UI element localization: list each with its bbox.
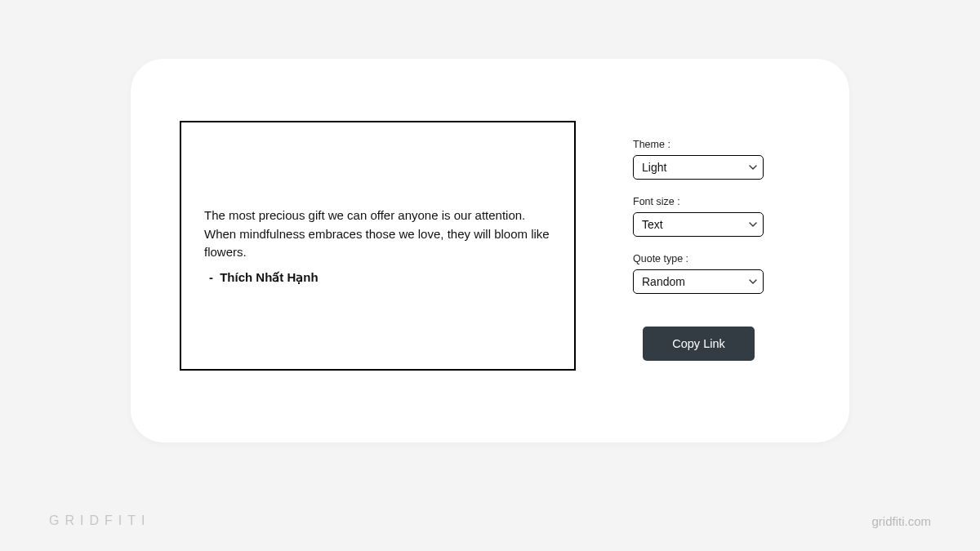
font-size-control-group: Font size : Text xyxy=(633,196,800,237)
quote-attribution: - Thích Nhất Hạnh xyxy=(204,270,551,285)
quote-type-select[interactable]: Random xyxy=(633,269,764,294)
quote-preview-box: The most precious gift we can offer anyo… xyxy=(180,121,576,371)
action-row: Copy Link xyxy=(633,327,800,361)
quote-type-select-wrapper: Random xyxy=(633,269,764,294)
quote-author: Thích Nhất Hạnh xyxy=(220,270,318,284)
font-size-select[interactable]: Text xyxy=(633,212,764,237)
theme-select[interactable]: Light xyxy=(633,155,764,180)
content-row: The most precious gift we can offer anyo… xyxy=(180,121,800,410)
quote-type-label: Quote type : xyxy=(633,253,800,264)
controls-panel: Theme : Light Font size : Text xyxy=(633,121,800,410)
quote-type-control-group: Quote type : Random xyxy=(633,253,800,294)
quote-text: The most precious gift we can offer anyo… xyxy=(204,207,551,262)
theme-select-wrapper: Light xyxy=(633,155,764,180)
widget-card: The most precious gift we can offer anyo… xyxy=(131,59,849,442)
font-size-label: Font size : xyxy=(633,196,800,207)
copy-link-button[interactable]: Copy Link xyxy=(643,327,755,361)
site-link-text: gridfiti.com xyxy=(871,514,931,528)
brand-logo-text: GRIDFITI xyxy=(49,513,150,528)
theme-control-group: Theme : Light xyxy=(633,139,800,180)
font-size-select-wrapper: Text xyxy=(633,212,764,237)
quote-dash: - xyxy=(209,270,216,284)
theme-label: Theme : xyxy=(633,139,800,150)
